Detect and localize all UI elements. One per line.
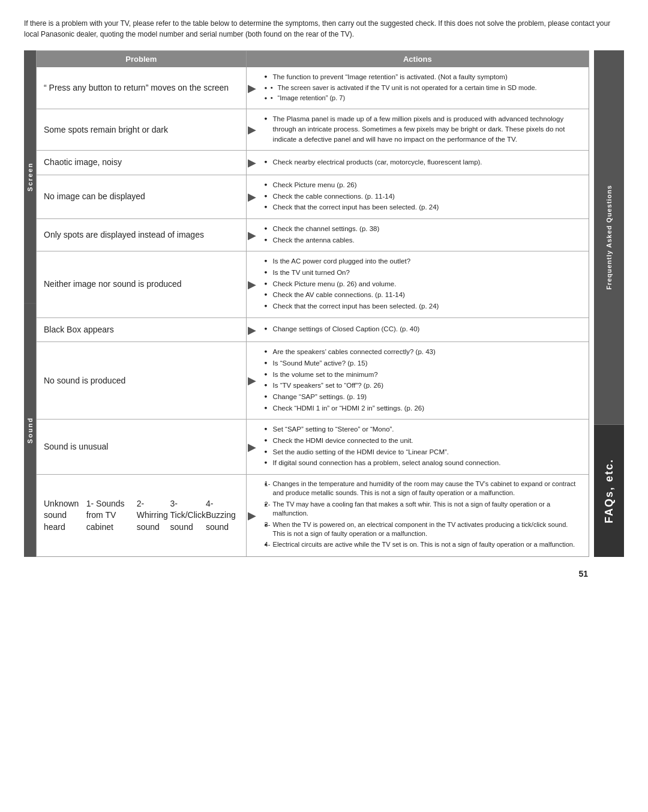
actions-cell-press-any-button: ●The function to prevent “Image retentio… (257, 67, 589, 109)
arrow-icon: ▶ (247, 175, 257, 218)
right-sidebar: Frequently Asked QuestionsFAQs, etc. (594, 50, 624, 557)
action-item: ●Is “TV speakers” set to “Off”? (p. 26) (265, 380, 581, 391)
actions-cell-no-image: ●Check Picture menu (p. 26)●Check the ca… (257, 175, 589, 218)
actions-cell-neither-image: ●Is the AC power cord plugged into the o… (257, 251, 589, 317)
action-item: ●Check the cable connections. (p. 11-14) (265, 191, 581, 202)
action-item: ●Change “SAP” settings. (p. 19) (265, 392, 581, 402)
action-item: ●Check “HDMI 1 in” or “HDMI 2 in” settin… (265, 403, 581, 414)
action-item: ●Is “Sound Mute” active? (p. 15) (265, 358, 581, 368)
problem-cell-neither-image: Neither image nor sound is produced (37, 251, 247, 317)
table-row: No image can be displayed▶●Check Picture… (37, 175, 589, 218)
arrow-icon: ▶ (247, 420, 257, 474)
page-number: 51 (24, 569, 624, 579)
arrow-icon: ▶ (247, 151, 257, 175)
section-label-screen: Screen (24, 50, 36, 304)
action-item: ●Set “SAP” setting to “Stereo” or “Mono”… (265, 424, 581, 435)
actions-cell-only-spots: ●Check the channel settings. (p. 38)●Che… (257, 219, 589, 251)
section-label-sound: Sound (24, 304, 36, 557)
arrow-icon: ▶ (247, 67, 257, 109)
arrow-icon: ▶ (247, 251, 257, 317)
action-item: ●Check Picture menu (p. 26) (265, 180, 581, 190)
action-item: ●The Plasma panel is made up of a few mi… (265, 114, 581, 144)
table-row: Chaotic image, noisy▶●Check nearby elect… (37, 150, 589, 175)
action-item: ●Check that the correct input has been s… (265, 202, 581, 212)
actions-cell-some-spots: ●The Plasma panel is made up of a few mi… (257, 109, 589, 150)
problem-cell-only-spots: Only spots are displayed instead of imag… (37, 219, 247, 251)
action-item: ●The function to prevent “Image retentio… (265, 72, 581, 82)
table-row: “ Press any button to return” moves on t… (37, 67, 589, 109)
action-item: ●Is the AC power cord plugged into the o… (265, 256, 581, 266)
header-actions: Actions (247, 51, 589, 67)
table-row: Only spots are displayed instead of imag… (37, 218, 589, 251)
arrow-icon: ▶ (247, 475, 257, 556)
arrow-icon: ▶ (247, 342, 257, 419)
action-item: ●Check nearby electrical products (car, … (265, 157, 581, 167)
problem-cell-some-spots: Some spots remain bright or dark (37, 109, 247, 150)
problem-cell-unknown-sound: Unknown sound heard1- Sounds from TV cab… (37, 475, 247, 556)
action-item: ●If digital sound connection has a probl… (265, 458, 581, 468)
problem-cell-press-any-button: “ Press any button to return” moves on t… (37, 67, 247, 109)
problem-cell-black-box: Black Box appears (37, 318, 247, 342)
table-row: Some spots remain bright or dark▶●The Pl… (37, 109, 589, 150)
actions-cell-unknown-sound: 1-Changes in the temperature and humidit… (257, 475, 589, 556)
action-item: ●Check that the correct input has been s… (265, 301, 581, 311)
frequently-asked-label: Frequently Asked Questions (594, 50, 624, 425)
actions-cell-no-sound: ●Are the speakers’ cables connected corr… (257, 342, 589, 419)
faq-table: Problem Actions “ Press any button to re… (36, 50, 589, 557)
action-item: ●Is the volume set to the minimum? (265, 370, 581, 380)
header-problem: Problem (37, 51, 247, 67)
action-item: ●Check the HDMI device connected to the … (265, 436, 581, 446)
faqs-label: FAQs, etc. (594, 425, 624, 557)
problem-cell-sound-unusual: Sound is unusual (37, 420, 247, 474)
action-item: 1-Changes in the temperature and humidit… (265, 480, 581, 498)
action-item: ●Check the AV cable connections. (p. 11-… (265, 290, 581, 300)
action-item: ●Check the antenna cables. (265, 235, 581, 245)
table-row: No sound is produced▶●Are the speakers’ … (37, 341, 589, 419)
table-row: Sound is unusual▶●Set “SAP” setting to “… (37, 419, 589, 474)
arrow-icon: ▶ (247, 219, 257, 251)
actions-cell-black-box: ●Change settings of Closed Caption (CC).… (257, 318, 589, 342)
action-item: ●Check Picture menu (p. 26) and volume. (265, 279, 581, 289)
action-item: 3-When the TV is powered on, an electric… (265, 520, 581, 539)
problem-cell-chaotic-image: Chaotic image, noisy (37, 151, 247, 175)
action-item: ●Set the audio setting of the HDMI devic… (265, 447, 581, 457)
problem-cell-no-sound: No sound is produced (37, 342, 247, 419)
action-item: ●The screen saver is activated if the TV… (265, 83, 581, 92)
action-item: 2-The TV may have a cooling fan that mak… (265, 500, 581, 519)
table-header: Problem Actions (37, 51, 589, 67)
arrow-icon: ▶ (247, 318, 257, 342)
table-row: Neither image nor sound is produced▶●Is … (37, 251, 589, 317)
intro-text: If there is a problem with your TV, plea… (24, 18, 624, 40)
problem-cell-no-image: No image can be displayed (37, 175, 247, 218)
action-item: ●“Image retention” (p. 7) (265, 94, 581, 103)
left-section-labels: ScreenSound (24, 50, 36, 557)
action-item: ●Is the TV unit turned On? (265, 268, 581, 278)
actions-cell-sound-unusual: ●Set “SAP” setting to “Stereo” or “Mono”… (257, 420, 589, 474)
table-row: Black Box appears▶●Change settings of Cl… (37, 317, 589, 342)
action-item: ●Are the speakers’ cables connected corr… (265, 347, 581, 357)
arrow-icon: ▶ (247, 109, 257, 150)
action-item: ●Change settings of Closed Caption (CC).… (265, 324, 581, 334)
action-item: 4-Electrical circuits are active while t… (265, 540, 581, 549)
actions-cell-chaotic-image: ●Check nearby electrical products (car, … (257, 151, 589, 175)
table-row: Unknown sound heard1- Sounds from TV cab… (37, 474, 589, 556)
action-item: ●Check the channel settings. (p. 38) (265, 224, 581, 234)
table-body: “ Press any button to return” moves on t… (37, 67, 589, 556)
